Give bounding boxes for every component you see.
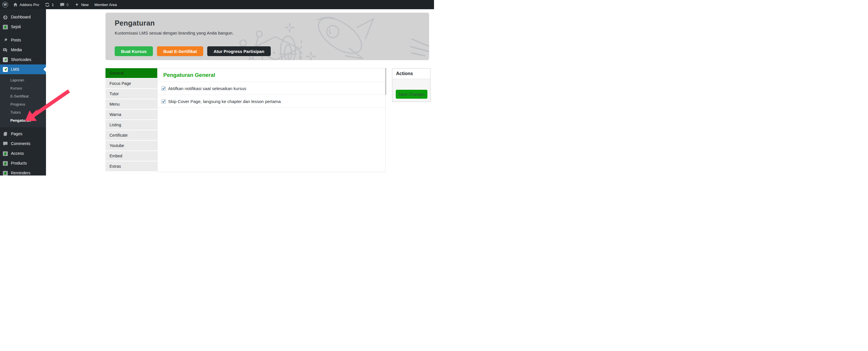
new-content-button[interactable]: + New <box>71 0 91 9</box>
member-area-label: Member Area <box>94 3 117 7</box>
sidebar-item-lms[interactable]: LMS <box>0 64 46 74</box>
tab-embed[interactable]: Embed <box>105 151 157 161</box>
settings-panel: General Focus Page Tutor Menu Warna List… <box>105 68 386 172</box>
sidebar-item-label: Comments <box>11 141 30 146</box>
comments-icon <box>2 141 8 146</box>
tab-youtube[interactable]: Youtube <box>105 141 157 150</box>
sejoli-icon <box>2 150 8 156</box>
submenu-item-progress[interactable]: Progress <box>0 100 46 109</box>
member-area-link[interactable]: Member Area <box>91 0 120 9</box>
sidebar-item-media[interactable]: Media <box>0 45 46 55</box>
checkmark-icon <box>162 99 165 103</box>
home-icon <box>13 2 18 7</box>
settings-content: Pengaturan General Aktifkan notifikasi s… <box>157 68 386 172</box>
submenu-item-e-sertifikat[interactable]: E-Sertifikat <box>0 92 46 100</box>
sidebar-item-label: Sejoli <box>11 25 21 29</box>
sidebar-item-dashboard[interactable]: Dashboard <box>0 12 46 22</box>
updates-button[interactable]: 1 <box>42 0 57 9</box>
active-menu-notch <box>43 67 46 72</box>
submenu-item-kursus[interactable]: Kursus <box>0 84 46 92</box>
sidebar-item-shortcodes[interactable]: Shortcodes <box>0 55 46 64</box>
sidebar-item-access[interactable]: Access <box>0 148 46 158</box>
pages-icon <box>2 131 8 137</box>
tab-general[interactable]: General <box>105 68 157 78</box>
page-title: Pengaturan <box>115 19 155 27</box>
pin-icon <box>2 37 8 43</box>
sidebar-item-products[interactable]: Products <box>0 158 46 168</box>
checkmark-icon <box>162 87 165 90</box>
settings-heading: Pengaturan General <box>157 68 385 82</box>
sidebar-item-label: Dashboard <box>11 15 31 19</box>
admin-bar: W Addons Pro 1 0 + New Member Area <box>0 0 434 9</box>
plus-icon: + <box>74 2 79 7</box>
sidebar-item-reminders[interactable]: Reminders <box>0 168 46 175</box>
sejoli-icon <box>2 170 8 175</box>
trailing-comma-text: , <box>274 49 275 54</box>
sidebar-item-label: Access <box>11 151 24 156</box>
comments-count: 0 <box>66 3 68 7</box>
sejoli-icon <box>2 24 8 30</box>
setting-option-row: Skip Cover Page, langsung ke chapter dan… <box>157 95 385 108</box>
sidebar-item-label: Shortcodes <box>11 57 31 62</box>
actions-panel: Actions Save Changes <box>392 68 431 102</box>
panel-scrollbar[interactable] <box>385 68 386 95</box>
sidebar-item-label: Products <box>11 161 27 166</box>
tab-tutor[interactable]: Tutor <box>105 89 157 99</box>
wordpress-logo-icon: W <box>2 2 8 7</box>
actions-panel-title: Actions <box>392 68 430 79</box>
option-label: Skip Cover Page, langsung ke chapter dan… <box>168 99 281 104</box>
site-link[interactable]: Addons Pro <box>11 0 42 9</box>
updates-count: 1 <box>52 3 54 7</box>
submenu-item-laporan[interactable]: Laporan <box>0 76 46 84</box>
buat-kursus-button[interactable]: Buat Kursus <box>115 46 153 56</box>
tab-menu[interactable]: Menu <box>105 99 157 109</box>
tab-certificate[interactable]: Certificate <box>105 130 157 140</box>
sidebar-item-comments[interactable]: Comments <box>0 139 46 148</box>
save-changes-button[interactable]: Save Changes <box>396 90 427 99</box>
tab-extras[interactable]: Extras <box>105 162 157 171</box>
admin-sidebar: Dashboard Sejoli Posts Media Shortcodes … <box>0 9 46 175</box>
sidebar-item-label: Media <box>11 48 22 52</box>
sidebar-item-label: Pages <box>11 131 23 136</box>
sejoli-icon <box>2 160 8 166</box>
notifikasi-checkbox[interactable] <box>161 86 166 91</box>
comments-button[interactable]: 0 <box>57 0 71 9</box>
sidebar-item-pages[interactable]: Pages <box>0 129 46 139</box>
updates-icon <box>45 2 50 7</box>
sidebar-item-posts[interactable]: Posts <box>0 35 46 45</box>
atur-progress-partisipan-button[interactable]: Atur Progress Partisipan <box>207 46 271 56</box>
settings-tab-list: General Focus Page Tutor Menu Warna List… <box>105 68 157 172</box>
lms-submenu: Laporan Kursus E-Sertifikat Progress Tut… <box>0 74 46 127</box>
wordpress-menu-button[interactable]: W <box>0 0 11 9</box>
tab-focus-page[interactable]: Focus Page <box>105 79 157 88</box>
banner-buttons: Buat Kursus Buat E-Sertifikat Atur Progr… <box>115 46 275 56</box>
lms-icon <box>2 66 8 72</box>
sidebar-item-label: Reminders <box>11 171 30 175</box>
shortcodes-icon <box>2 57 8 62</box>
setting-option-row: Aktifkan notifikasi saat selesaikan kurs… <box>157 82 385 95</box>
dashboard-icon <box>2 14 8 20</box>
skip-cover-page-checkbox[interactable] <box>161 99 166 104</box>
buat-e-sertifikat-button[interactable]: Buat E-Sertifikat <box>157 46 203 56</box>
tab-warna[interactable]: Warna <box>105 110 157 119</box>
comment-bubble-icon <box>60 2 65 7</box>
site-name: Addons Pro <box>20 3 39 7</box>
new-label: New <box>81 3 89 7</box>
media-icon <box>2 47 8 53</box>
sidebar-item-sejoli[interactable]: Sejoli <box>0 22 46 32</box>
page-banner: Pengaturan Kustomisasi LMS sesuai dengan… <box>105 13 429 60</box>
sidebar-item-label: Posts <box>11 38 21 42</box>
page-subtitle: Kustomisasi LMS sesuai dengan branding y… <box>115 30 234 35</box>
option-label: Aktifkan notifikasi saat selesaikan kurs… <box>168 86 246 91</box>
submenu-item-pengaturan[interactable]: Pengaturan <box>0 117 46 124</box>
submenu-item-tutors[interactable]: Tutors <box>0 109 46 117</box>
tab-listing[interactable]: Listing <box>105 120 157 130</box>
sidebar-item-label: LMS <box>11 67 19 71</box>
